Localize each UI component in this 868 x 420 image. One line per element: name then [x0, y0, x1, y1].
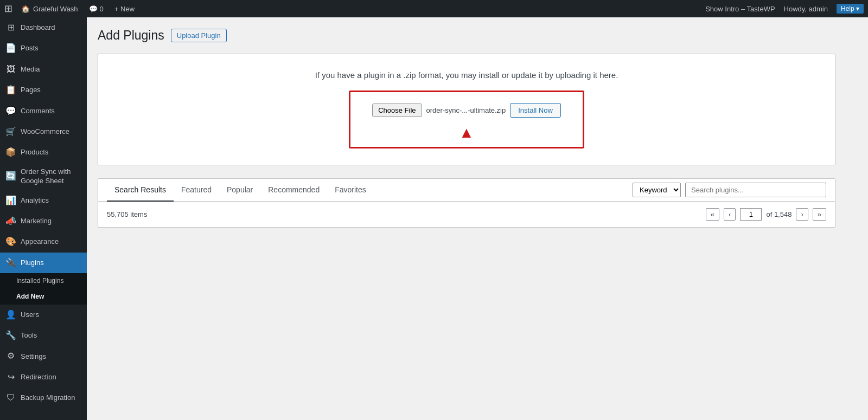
sidebar-item-woocommerce[interactable]: 🛒 WooCommerce	[0, 121, 87, 142]
tab-recommended[interactable]: Recommended	[260, 179, 327, 202]
adminbar-right: Show Intro – TasteWP Howdy, admin Help ▾	[705, 4, 864, 14]
upload-info-text: If you have a plugin in a .zip format, y…	[114, 70, 819, 80]
installed-plugins-label: Installed Plugins	[16, 276, 63, 286]
users-icon: 👤	[5, 309, 16, 321]
sidebar-label-redirection: Redirection	[21, 372, 56, 382]
admin-sidebar: ⊞ Dashboard 📄 Posts 🖼 Media 📋 Pages 💬 Co…	[0, 17, 87, 420]
dashboard-icon: ⊞	[5, 22, 16, 34]
show-intro-link[interactable]: Show Intro – TasteWP	[705, 5, 775, 13]
help-button[interactable]: Help ▾	[837, 4, 864, 14]
plugins-submenu: Installed Plugins Add New	[0, 273, 87, 305]
sidebar-label-dashboard: Dashboard	[21, 23, 55, 33]
redirection-icon: ↪	[5, 371, 16, 383]
pagination-first-button[interactable]: «	[706, 208, 719, 221]
pagination-next-button[interactable]: ›	[796, 208, 808, 221]
file-name-display: order-sync-...-ultimate.zip	[426, 106, 506, 114]
sidebar-item-order-sync[interactable]: 🔄 Order Sync with Google Sheet	[0, 163, 87, 190]
backup-icon: 🛡	[5, 392, 16, 404]
new-label: + New	[114, 5, 135, 13]
file-input-row: Choose File order-sync-...-ultimate.zip …	[372, 103, 561, 118]
sidebar-item-users[interactable]: 👤 Users	[0, 305, 87, 325]
tab-popular[interactable]: Popular	[219, 179, 260, 202]
main-content: Add Plugins Upload Plugin If you have a …	[87, 17, 868, 420]
sidebar-label-order-sync: Order Sync with Google Sheet	[21, 167, 81, 186]
adminbar-comments[interactable]: 💬 0	[85, 5, 108, 13]
items-count: 55,705 items	[107, 210, 147, 218]
plugin-filter-area: Search Results Featured Popular Recommen…	[98, 178, 835, 228]
sidebar-item-dashboard[interactable]: ⊞ Dashboard	[0, 17, 87, 38]
install-now-button[interactable]: Install Now	[510, 103, 561, 118]
adminbar-site[interactable]: 🏠 Grateful Wash	[17, 5, 82, 13]
sidebar-label-pages: Pages	[21, 85, 41, 95]
sidebar-label-settings: Settings	[21, 352, 46, 361]
search-plugins-input[interactable]	[685, 183, 826, 197]
sidebar-item-pages[interactable]: 📋 Pages	[0, 80, 87, 100]
sidebar-item-products[interactable]: 📦 Products	[0, 142, 87, 163]
sidebar-label-woocommerce: WooCommerce	[21, 127, 69, 137]
analytics-icon: 📊	[5, 195, 16, 206]
arrow-indicator: ▲	[372, 125, 561, 140]
search-row: 55,705 items « ‹ of 1,548 › »	[98, 202, 835, 227]
site-name: Grateful Wash	[33, 5, 78, 13]
upload-form-box: Choose File order-sync-...-ultimate.zip …	[349, 91, 584, 148]
appearance-icon: 🎨	[5, 236, 16, 248]
keyword-select[interactable]: Keyword	[633, 183, 681, 197]
woocommerce-icon: 🛒	[5, 126, 16, 138]
page-number-input[interactable]	[740, 208, 762, 221]
sidebar-label-media: Media	[21, 64, 40, 74]
sidebar-item-comments[interactable]: 💬 Comments	[0, 101, 87, 121]
tools-icon: 🔧	[5, 329, 16, 341]
sidebar-label-tools: Tools	[21, 331, 37, 340]
upload-area: If you have a plugin in a .zip format, y…	[98, 54, 835, 165]
sidebar-label-marketing: Marketing	[21, 216, 52, 226]
tab-favorites[interactable]: Favorites	[327, 179, 374, 202]
sidebar-item-appearance[interactable]: 🎨 Appearance	[0, 231, 87, 252]
page-title: Add Plugins	[98, 28, 164, 43]
choose-file-button[interactable]: Choose File	[372, 104, 422, 117]
sidebar-item-analytics[interactable]: 📊 Analytics	[0, 190, 87, 211]
products-icon: 📦	[5, 146, 16, 158]
media-icon: 🖼	[5, 63, 16, 75]
settings-icon: ⚙	[5, 350, 16, 362]
sidebar-item-tools[interactable]: 🔧 Tools	[0, 325, 87, 346]
page-title-area: Add Plugins Upload Plugin	[98, 28, 857, 43]
marketing-icon: 📣	[5, 215, 16, 227]
submenu-add-new[interactable]: Add New	[0, 289, 87, 305]
sidebar-label-appearance: Appearance	[21, 237, 59, 247]
add-new-label: Add New	[16, 292, 44, 301]
sidebar-label-backup: Backup Migration	[21, 393, 75, 403]
wp-logo-icon[interactable]: ⊞	[4, 3, 12, 15]
pagination-last-button[interactable]: »	[813, 208, 826, 221]
search-area: Keyword	[633, 183, 826, 197]
sidebar-item-settings[interactable]: ⚙ Settings	[0, 346, 87, 366]
sidebar-item-plugins[interactable]: 🔌 Plugins	[0, 253, 87, 273]
adminbar-new[interactable]: + New	[110, 5, 139, 13]
pagination-prev-button[interactable]: ‹	[724, 208, 736, 221]
sidebar-item-media[interactable]: 🖼 Media	[0, 59, 87, 80]
sidebar-label-users: Users	[21, 310, 39, 320]
tab-featured[interactable]: Featured	[174, 179, 219, 202]
tabs-row: Search Results Featured Popular Recommen…	[98, 179, 835, 202]
submenu-installed-plugins[interactable]: Installed Plugins	[0, 273, 87, 289]
sidebar-item-backup-migration[interactable]: 🛡 Backup Migration	[0, 387, 87, 408]
sidebar-label-analytics: Analytics	[21, 196, 49, 205]
pagination-area: « ‹ of 1,548 › »	[706, 208, 826, 221]
sidebar-item-marketing[interactable]: 📣 Marketing	[0, 211, 87, 231]
comments-icon: 💬	[5, 105, 16, 117]
upload-plugin-button[interactable]: Upload Plugin	[171, 29, 227, 42]
pages-icon: 📋	[5, 84, 16, 96]
sidebar-label-posts: Posts	[21, 43, 39, 53]
comments-count: 0	[100, 5, 104, 13]
admin-bar: ⊞ 🏠 Grateful Wash 💬 0 + New Show Intro –…	[0, 0, 868, 17]
sidebar-item-redirection[interactable]: ↪ Redirection	[0, 367, 87, 387]
sidebar-item-posts[interactable]: 📄 Posts	[0, 38, 87, 59]
of-pages-label: of 1,548	[766, 210, 792, 218]
page-wrap: Add Plugins Upload Plugin If you have a …	[87, 17, 868, 238]
plugins-icon: 🔌	[5, 257, 16, 269]
site-icon: 🏠	[21, 5, 30, 13]
order-sync-icon: 🔄	[5, 171, 16, 182]
howdy-label: Howdy, admin	[784, 5, 828, 13]
tab-search-results[interactable]: Search Results	[107, 179, 174, 202]
posts-icon: 📄	[5, 42, 16, 54]
sidebar-label-comments: Comments	[21, 106, 55, 116]
